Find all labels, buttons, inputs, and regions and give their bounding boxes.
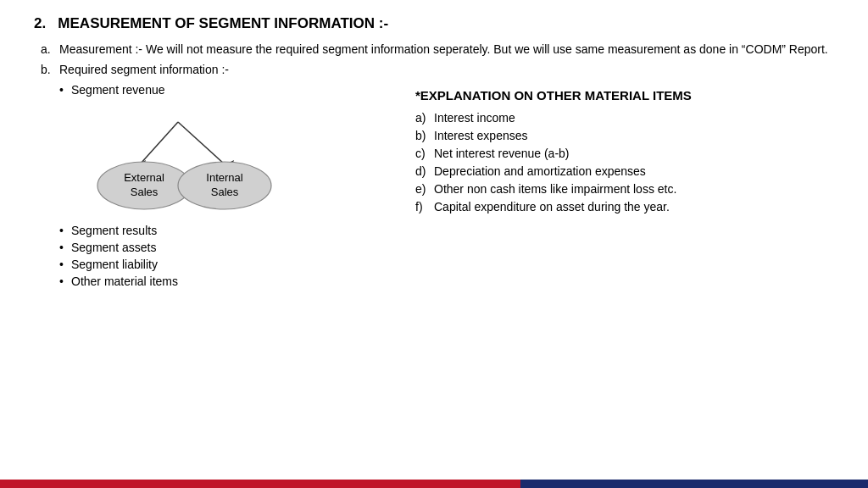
two-column-layout: Segment revenue External Sales bbox=[34, 83, 834, 291]
explanation-item-0: a)Interest income bbox=[415, 111, 834, 125]
heading-title: MEASUREMENT OF SEGMENT INFORMATION :- bbox=[58, 15, 388, 31]
explanation-item-2: c)Net interest revenue (a-b) bbox=[415, 147, 834, 160]
bullet-segment-revenue: Segment revenue bbox=[59, 83, 398, 97]
bullet-segment-results: Segment results bbox=[59, 224, 398, 237]
main-content: 2. MEASUREMENT OF SEGMENT INFORMATION :-… bbox=[0, 0, 868, 300]
bar-blue bbox=[520, 480, 868, 488]
svg-text:External: External bbox=[124, 171, 164, 184]
explanation-item-5: f)Capital expenditure on asset during th… bbox=[415, 200, 834, 214]
explanation-item-4: e)Other non cash items like impairment l… bbox=[415, 182, 834, 196]
explanation-item-1: b)Interest expenses bbox=[415, 129, 834, 142]
explanation-title: *EXPLANATION ON OTHER MATERIAL ITEMS bbox=[415, 88, 834, 103]
bar-red bbox=[0, 480, 520, 488]
bullet-list-bottom: Segment results Segment assets Segment l… bbox=[59, 224, 398, 288]
left-column: Segment revenue External Sales bbox=[34, 83, 398, 291]
bottom-bar bbox=[0, 480, 868, 488]
svg-line-0 bbox=[140, 122, 178, 164]
section-heading: 2. MEASUREMENT OF SEGMENT INFORMATION :- bbox=[34, 15, 834, 32]
point-b: b. Required segment information :- bbox=[41, 63, 834, 76]
explanation-list: a)Interest incomeb)Interest expensesc)Ne… bbox=[415, 111, 834, 214]
point-a-label: a. bbox=[41, 42, 59, 56]
explanation-item-3: d)Depreciation and amortization expenses bbox=[415, 164, 834, 178]
svg-text:Internal: Internal bbox=[206, 171, 242, 184]
bullet-segment-assets: Segment assets bbox=[59, 241, 398, 254]
bullet-list-top: Segment revenue bbox=[59, 83, 398, 97]
bullet-segment-liability: Segment liability bbox=[59, 258, 398, 271]
diagram-svg: External Sales Internal Sales bbox=[68, 105, 288, 215]
right-column: *EXPLANATION ON OTHER MATERIAL ITEMS a)I… bbox=[398, 83, 834, 291]
svg-text:Sales: Sales bbox=[131, 186, 159, 198]
point-a: a. Measurement :- We will not measure th… bbox=[41, 42, 834, 56]
heading-number: 2. bbox=[34, 15, 46, 31]
svg-line-1 bbox=[178, 122, 225, 164]
diagram-area: External Sales Internal Sales bbox=[68, 105, 398, 215]
point-a-text: Measurement :- We will not measure the r… bbox=[59, 42, 828, 56]
point-b-label: b. bbox=[41, 63, 59, 76]
svg-text:Sales: Sales bbox=[211, 186, 239, 198]
bullet-other-material-items: Other material items bbox=[59, 274, 398, 288]
point-b-text: Required segment information :- bbox=[59, 63, 229, 76]
